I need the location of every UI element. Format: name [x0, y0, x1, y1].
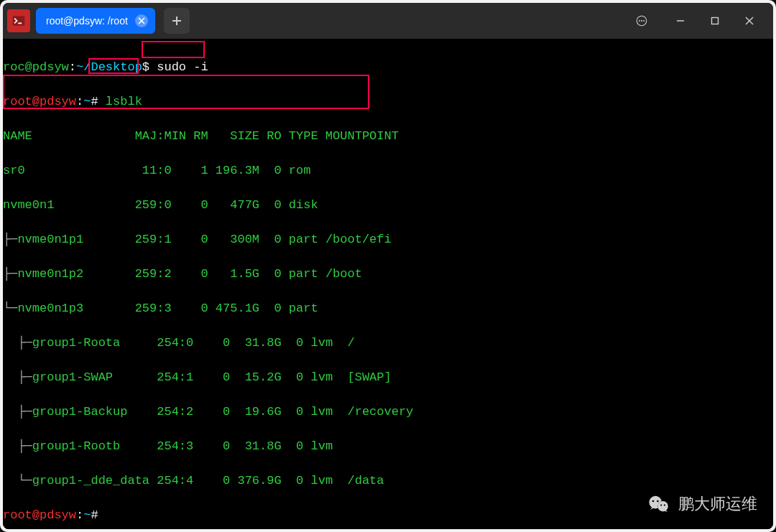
tab-close-button[interactable]	[135, 14, 148, 27]
terminal-icon	[11, 14, 26, 28]
watermark-text: 鹏大师运维	[678, 495, 757, 513]
svg-point-18	[657, 500, 659, 503]
lsblk-row: ├─nvme0n1p2 259:2 0 1.5G 0 part /boot	[3, 266, 773, 283]
lsblk-row: ├─group1-Backup 254:2 0 19.6G 0 lvm /rec…	[3, 403, 773, 421]
highlight-sudo	[142, 41, 205, 58]
close-button[interactable]	[733, 4, 766, 37]
svg-rect-0	[13, 16, 25, 25]
ellipsis-circle-icon	[635, 14, 648, 27]
prompt-line-2: root@pdsyw:~# lsblk	[3, 93, 773, 111]
lsblk-header: NAME MAJ:MIN RM SIZE RO TYPE MOUNTPOINT	[3, 128, 773, 145]
app-icon	[7, 9, 30, 32]
plus-icon	[171, 15, 183, 27]
tab-active[interactable]: root@pdsyw: /root	[36, 8, 155, 34]
maximize-icon	[710, 16, 720, 26]
wechat-icon	[647, 492, 671, 516]
svg-rect-11	[712, 18, 719, 24]
lsblk-row: ├─group1-Rootb 254:3 0 31.8G 0 lvm	[3, 438, 773, 455]
lsblk-row: ├─nvme0n1p1 259:1 0 300M 0 part /boot/ef…	[3, 231, 773, 248]
svg-point-20	[664, 504, 665, 505]
minimize-button[interactable]	[664, 4, 697, 37]
new-tab-button[interactable]	[164, 8, 190, 34]
lsblk-row: nvme0n1 259:0 0 477G 0 disk	[3, 197, 773, 214]
svg-point-7	[639, 20, 640, 22]
lsblk-row: └─group1-_dde_data 254:4 0 376.9G 0 lvm …	[3, 472, 773, 490]
terminal-window: root@pdsyw: /root	[3, 3, 773, 529]
svg-point-19	[660, 504, 662, 505]
close-icon	[744, 16, 754, 26]
close-icon	[138, 17, 145, 24]
prompt-line-1: roc@pdsyw:~/Desktop$ sudo -i	[3, 59, 773, 76]
lsblk-row: └─nvme0n1p3 259:3 0 475.1G 0 part	[3, 300, 773, 317]
minimize-icon	[675, 16, 685, 26]
tab-title: root@pdsyw: /root	[46, 15, 128, 27]
menu-button[interactable]	[625, 4, 658, 37]
lsblk-row: ├─group1-SWAP 254:1 0 15.2G 0 lvm [SWAP]	[3, 369, 773, 386]
svg-point-8	[641, 20, 642, 22]
svg-point-16	[657, 501, 668, 511]
watermark: 鹏大师运维	[647, 492, 757, 516]
svg-point-9	[643, 20, 645, 22]
maximize-button[interactable]	[698, 4, 731, 37]
svg-point-17	[652, 500, 655, 503]
titlebar: root@pdsyw: /root	[3, 3, 773, 39]
lsblk-row: ├─group1-Roota 254:0 0 31.8G 0 lvm /	[3, 335, 773, 352]
lsblk-row: sr0 11:0 1 196.3M 0 rom	[3, 162, 773, 179]
terminal-body[interactable]: roc@pdsyw:~/Desktop$ sudo -i root@pdsyw:…	[3, 39, 773, 529]
